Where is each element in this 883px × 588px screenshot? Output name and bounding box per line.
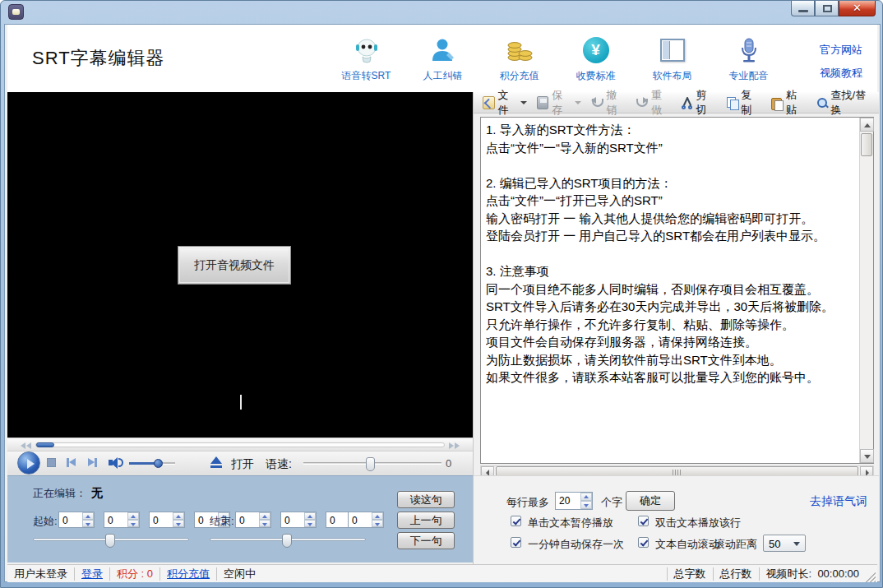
pause-on-click-checkbox[interactable] [511,516,521,526]
redo-button[interactable]: 重做 [631,94,675,112]
spin-value[interactable]: 0 [349,512,372,527]
spin-up-icon[interactable] [127,512,139,520]
end-spinner-3[interactable]: 0 [348,512,384,528]
stop-button[interactable] [47,458,56,467]
start-spinner-0[interactable]: 0 [58,512,95,528]
title-bar[interactable]: ✕ [1,1,882,24]
spin-up-icon[interactable] [173,512,184,520]
play-on-dblclick-checkbox[interactable] [638,516,649,526]
nav-item-pricing[interactable]: ¥ 收费标准 [557,31,634,89]
maximize-button[interactable] [815,1,839,16]
vertical-scroll-thumb[interactable] [861,133,872,156]
checkbox-label[interactable]: 双击文本播放该行 [655,516,741,530]
remove-filler-words-link[interactable]: 去掉语气词 [810,494,867,509]
editor-line[interactable]: 为防止数据损坏，请关闭软件前导出SRT文件到本地。 [486,351,857,369]
minimize-button[interactable] [791,1,815,16]
subtitle-text-editor[interactable]: 1. 导入新的SRT文件方法： 点击“文件”一“导入新的SRT文件” 2. 编辑… [480,117,874,464]
editor-content[interactable]: 1. 导入新的SRT文件方法： 点击“文件”一“导入新的SRT文件” 2. 编辑… [486,121,857,461]
play-button[interactable] [17,451,40,475]
official-site-link[interactable]: 官方网站 [820,43,862,58]
rewind-icon[interactable] [21,442,25,449]
rewind-icon[interactable] [26,442,31,449]
editor-line[interactable]: 点击“文件”一“打开已导入的SRT” [486,192,857,210]
spin-down-icon[interactable] [127,520,139,527]
eject-icon[interactable] [210,456,223,470]
resize-grip[interactable] [866,572,876,582]
recharge-link[interactable]: 积分充值 [167,567,210,580]
find-replace-button[interactable]: 查找/替换 [811,94,877,112]
save-button[interactable]: 保存 [533,94,585,112]
file-menu-button[interactable]: 文件 [478,94,531,112]
spin-value[interactable]: 0 [281,512,304,527]
end-slider[interactable] [210,534,366,545]
nav-item-software-layout[interactable]: 软件布局 [634,31,710,89]
spin-down-icon[interactable] [82,520,94,527]
nav-item-pro-dubbing[interactable]: 专业配音 [710,31,787,89]
close-button[interactable]: ✕ [839,1,876,16]
scroll-down-icon[interactable] [860,449,874,463]
vertical-scrollbar[interactable] [859,118,873,463]
forward-icon[interactable] [455,442,460,449]
speed-thumb[interactable] [366,457,375,471]
editor-line[interactable] [486,245,857,263]
spin-down-icon[interactable] [580,501,592,509]
editor-line[interactable]: 项目文件会自动保存到服务器，请保持网络连接。 [486,333,857,351]
editor-line[interactable]: 只允许单行操作，不允许多行复制、粘贴、删除等操作。 [486,316,857,334]
spin-value[interactable]: 0 [236,512,259,527]
undo-button[interactable]: 撤销 [587,94,631,112]
checkbox-label[interactable]: 一分钟自动保存一次 [528,537,624,552]
login-link[interactable]: 登录 [81,567,103,580]
max-chars-spinner[interactable]: 20 [555,492,593,510]
spin-up-icon[interactable] [304,512,316,520]
editor-line[interactable]: 如果文件很多，请联系本站客服可以批量导入到您的账号中。 [486,368,857,387]
speed-slider[interactable] [303,462,442,465]
scroll-distance-dropdown[interactable]: 50 [763,535,806,552]
start-slider-thumb[interactable] [105,534,115,548]
seek-thumb[interactable] [36,442,54,447]
end-spinner-0[interactable]: 0 [235,512,271,528]
editor-line[interactable]: 3. 注意事项 [486,262,857,280]
autoscroll-checkbox[interactable] [638,537,649,548]
cut-button[interactable]: 剪切 [677,94,720,112]
spin-up-icon[interactable] [259,512,270,520]
editor-line[interactable]: 登陆会员打开 一 用户自己导入的SRT都会在用户列表中显示。 [486,227,857,245]
nav-item-speech-to-srt[interactable]: 语音转SRT [328,31,405,89]
start-spinner-2[interactable]: 0 [149,512,185,528]
editor-line[interactable]: 同一个项目绝不能多人同时编辑，否则保存项目会相互覆盖。 [486,280,857,299]
video-tutorial-link[interactable]: 视频教程 [820,66,862,81]
previous-sentence-button[interactable]: 上一句 [397,512,455,529]
next-button[interactable] [88,458,101,468]
editor-line[interactable]: 2. 编辑已导入的SRT项目的方法： [486,174,857,192]
start-spinner-1[interactable]: 0 [104,512,140,528]
editor-line[interactable] [486,156,857,174]
checkbox-label[interactable]: 单击文本暂停播放 [528,516,613,530]
open-media-button[interactable]: 打开音视频文件 [178,246,291,285]
spin-down-icon[interactable] [173,520,184,527]
end-slider-thumb[interactable] [282,534,292,548]
volume-thumb[interactable] [154,459,163,468]
editor-line[interactable]: SRT文件导入后请务必在30天内完成并导出，30天后将被删除。 [486,298,857,316]
open-label[interactable]: 打开 [231,457,254,472]
read-sentence-button[interactable]: 读这句 [397,491,455,508]
copy-button[interactable]: 复制 [722,94,765,112]
spin-up-icon[interactable] [580,493,592,501]
nav-item-points-recharge[interactable]: 积分充值 [481,31,557,89]
editor-line[interactable]: 1. 导入新的SRT文件方法： [486,121,857,139]
end-spinner-1[interactable]: 0 [280,512,317,528]
nav-item-manual-correction[interactable]: 人工纠错 [405,31,481,89]
spin-value[interactable]: 0 [326,512,349,527]
spin-up-icon[interactable] [82,512,94,520]
spin-value[interactable]: 0 [104,512,127,527]
checkbox-label[interactable]: 文本自动滚动 [655,537,719,552]
volume-slider[interactable] [129,462,175,465]
next-sentence-button[interactable]: 下一句 [397,532,455,549]
seek-track[interactable] [35,442,445,447]
volume-icon[interactable] [109,457,123,469]
spin-value[interactable]: 0 [59,512,82,527]
confirm-button[interactable]: 确定 [626,491,675,511]
spin-up-icon[interactable] [372,512,383,520]
spin-down-icon[interactable] [304,520,316,527]
paste-button[interactable]: 粘贴 [766,94,810,112]
spin-down-icon[interactable] [259,520,270,527]
previous-button[interactable] [67,458,80,468]
